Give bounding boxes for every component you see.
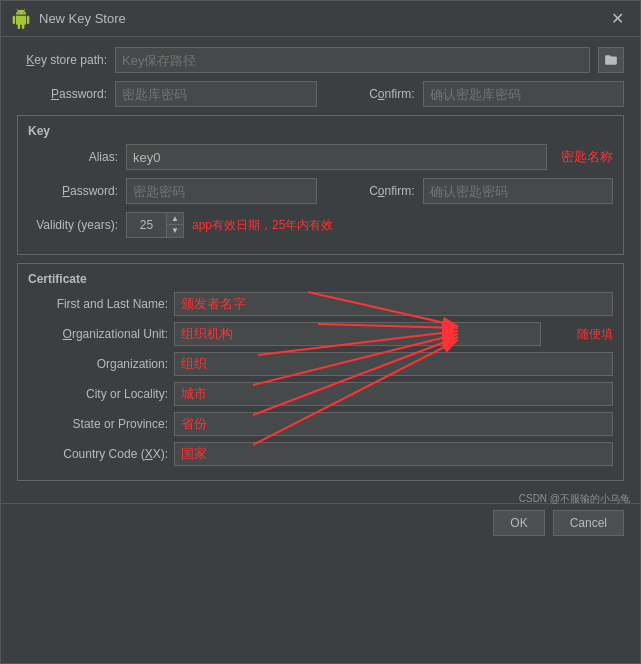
city-row: City or Locality: bbox=[28, 382, 613, 406]
certificate-title: Certificate bbox=[28, 272, 613, 286]
alias-annotation: 密匙名称 bbox=[561, 148, 613, 166]
city-input[interactable] bbox=[174, 382, 613, 406]
keystore-password-input[interactable] bbox=[115, 81, 317, 107]
key-password-label: Password: bbox=[28, 184, 118, 198]
keystore-password-label: Password: bbox=[17, 87, 107, 101]
state-input[interactable] bbox=[174, 412, 613, 436]
state-label: State or Province: bbox=[28, 417, 168, 431]
keystore-confirm-label: Confirm: bbox=[325, 87, 415, 101]
country-row: Country Code (XX): bbox=[28, 442, 613, 466]
ok-button[interactable]: OK bbox=[493, 510, 544, 536]
country-label: Country Code (XX): bbox=[28, 447, 168, 461]
folder-button[interactable] bbox=[598, 47, 624, 73]
cancel-button[interactable]: Cancel bbox=[553, 510, 624, 536]
validity-annotation: app有效日期，25年内有效 bbox=[192, 217, 333, 234]
key-confirm-label: Confirm: bbox=[325, 184, 415, 198]
bottom-bar: CSDN @不服输的小乌龟 OK Cancel bbox=[1, 503, 640, 542]
first-last-input[interactable] bbox=[174, 292, 613, 316]
first-last-row: First and Last Name: bbox=[28, 292, 613, 316]
alias-row: Alias: 密匙名称 bbox=[28, 144, 613, 170]
org-unit-row: Organizational Unit: 随便填 bbox=[28, 322, 613, 346]
org-row: Organization: bbox=[28, 352, 613, 376]
country-input[interactable] bbox=[174, 442, 613, 466]
key-section-title: Key bbox=[28, 124, 613, 138]
alias-label: Alias: bbox=[28, 150, 118, 164]
alias-input[interactable] bbox=[126, 144, 547, 170]
key-section: Key Alias: 密匙名称 Password: Confirm: Valid… bbox=[17, 115, 624, 255]
key-confirm-input[interactable] bbox=[423, 178, 614, 204]
dialog-content: Key store path: Password: Confirm: Key A… bbox=[1, 37, 640, 542]
close-button[interactable]: ✕ bbox=[605, 7, 630, 30]
keystore-password-row: Password: Confirm: bbox=[17, 81, 624, 107]
state-row: State or Province: bbox=[28, 412, 613, 436]
validity-row: Validity (years): 25 ▲ ▼ app有效日期，25年内有效 bbox=[28, 212, 613, 238]
first-last-label: First and Last Name: bbox=[28, 297, 168, 311]
dialog-title: New Key Store bbox=[39, 11, 126, 26]
title-bar: New Key Store ✕ bbox=[1, 1, 640, 37]
content-area: Key store path: Password: Confirm: Key A… bbox=[1, 37, 640, 503]
city-label: City or Locality: bbox=[28, 387, 168, 401]
random-fill-annotation: 随便填 bbox=[577, 326, 613, 343]
key-password-input[interactable] bbox=[126, 178, 317, 204]
keystore-confirm-input[interactable] bbox=[423, 81, 625, 107]
validity-label: Validity (years): bbox=[28, 218, 118, 232]
validity-input[interactable]: 25 bbox=[126, 212, 166, 238]
keystore-path-row: Key store path: bbox=[17, 47, 624, 73]
key-password-row: Password: Confirm: bbox=[28, 178, 613, 204]
spinner-arrows: ▲ ▼ bbox=[166, 212, 184, 238]
keystore-path-label: Key store path: bbox=[17, 53, 107, 67]
android-icon bbox=[11, 9, 31, 29]
spinner-down-button[interactable]: ▼ bbox=[167, 225, 183, 237]
validity-spinner: 25 ▲ ▼ bbox=[126, 212, 184, 238]
dialog-window: New Key Store ✕ Key store path: Password… bbox=[0, 0, 641, 664]
title-bar-left: New Key Store bbox=[11, 9, 126, 29]
org-input[interactable] bbox=[174, 352, 613, 376]
org-unit-label: Organizational Unit: bbox=[28, 327, 168, 341]
org-unit-input[interactable] bbox=[174, 322, 541, 346]
org-label: Organization: bbox=[28, 357, 168, 371]
spinner-up-button[interactable]: ▲ bbox=[167, 213, 183, 225]
keystore-path-input[interactable] bbox=[115, 47, 590, 73]
certificate-section: Certificate First and Last Name: Organiz… bbox=[17, 263, 624, 481]
